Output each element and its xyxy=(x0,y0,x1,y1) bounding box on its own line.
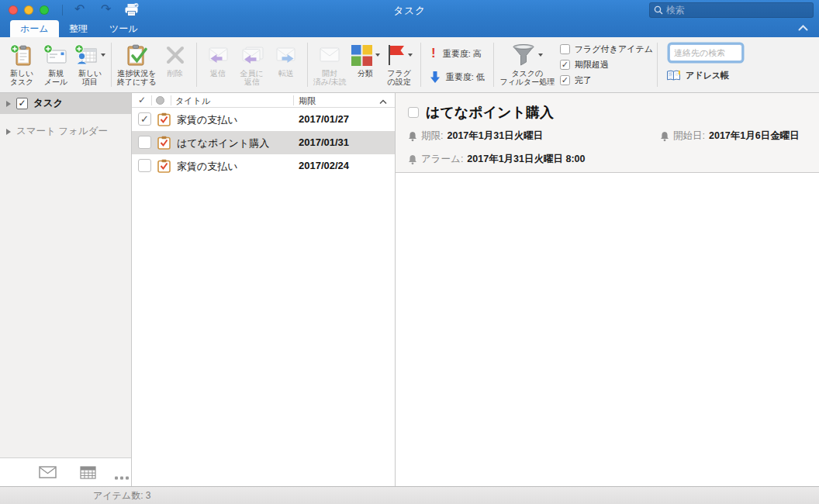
detail-task-checkbox[interactable] xyxy=(408,107,419,118)
tab-organize[interactable]: 整理 xyxy=(59,20,98,37)
task-list-header[interactable]: ✓ タイトル 期限 xyxy=(132,93,395,108)
sidebar-item-smart-folders[interactable]: スマート フォルダー xyxy=(0,121,131,142)
detail-task-title: はてなポイント購入 xyxy=(426,103,554,122)
column-header-due[interactable]: 期限 xyxy=(299,95,316,107)
search-field[interactable] xyxy=(649,2,814,18)
ribbon-divider xyxy=(420,43,421,87)
ribbon-divider xyxy=(493,43,494,87)
bell-icon xyxy=(408,131,417,142)
mail-module-icon[interactable] xyxy=(39,466,57,482)
new-mail-button[interactable]: 新規メール xyxy=(40,37,71,92)
overdue-checkbox[interactable]: ✓ 期限超過 xyxy=(560,59,653,71)
new-mail-icon xyxy=(43,41,68,69)
task-list-pane: ✓ タイトル 期限 ✓ xyxy=(132,93,396,486)
filter-dropdown-icon[interactable] xyxy=(538,54,543,57)
task-detail-body xyxy=(396,173,819,486)
flagged-items-checkbox[interactable]: フラグ付きアイテム xyxy=(560,43,653,55)
importance-high-button[interactable]: ! 重要度: 高 xyxy=(430,46,485,61)
new-task-button[interactable]: 新しいタスク xyxy=(6,37,37,92)
sidebar: ✓ タスク スマート フォルダー xyxy=(0,93,132,486)
task-row[interactable]: 家賃の支払い 2017/02/24 xyxy=(132,154,395,178)
task-detail-pane: はてなポイント購入 期限: 2017年1月31日火曜日 開始日: xyxy=(396,93,819,486)
address-book-button[interactable]: アドレス帳 xyxy=(666,70,742,81)
task-checkbox-checked-icon[interactable]: ✓ xyxy=(138,112,151,126)
more-modules-icon[interactable] xyxy=(115,469,130,483)
categorize-dropdown-icon[interactable] xyxy=(375,54,380,57)
task-checkbox-unchecked-icon[interactable] xyxy=(138,136,151,149)
reply-icon xyxy=(206,41,230,69)
module-switcher xyxy=(0,457,131,486)
calendar-module-icon[interactable] xyxy=(80,466,96,482)
tab-tools[interactable]: ツール xyxy=(99,20,148,37)
flag-icon xyxy=(385,43,406,67)
new-item-dropdown-icon[interactable] xyxy=(101,54,105,57)
forward-button: 転送 xyxy=(271,37,302,92)
titlebar: ↶ ↷ タスク xyxy=(0,0,819,20)
column-divider xyxy=(293,95,294,105)
filter-funnel-icon xyxy=(511,43,536,67)
ribbon: 新しいタスク 新規メール xyxy=(0,37,819,93)
flag-button[interactable]: フラグの設定 xyxy=(384,37,415,92)
column-header-title[interactable]: タイトル xyxy=(175,95,210,107)
detail-start-row: 開始日: 2017年1月6日金曜日 xyxy=(660,129,800,143)
importance-high-icon: ! xyxy=(430,46,437,61)
sidebar-item-tasks[interactable]: ✓ タスク xyxy=(0,93,131,114)
task-row-selected[interactable]: はてなポイント購入 2017/01/31 xyxy=(132,131,395,154)
task-item-icon xyxy=(157,159,171,176)
item-count: アイテム数: 3 xyxy=(93,490,150,501)
reply-all-button: 全員に返信 xyxy=(237,37,268,92)
contact-search-input[interactable] xyxy=(669,44,742,61)
new-item-button[interactable]: 新しい項目 xyxy=(74,37,105,92)
categorize-icon xyxy=(351,44,373,67)
tab-home[interactable]: ホーム xyxy=(10,20,59,37)
reply-button: 返信 xyxy=(202,37,233,92)
address-book-icon xyxy=(666,70,681,81)
outlook-tasks-window: ↶ ↷ タスク ホーム xyxy=(0,0,819,504)
task-item-icon xyxy=(157,136,171,153)
reply-all-icon xyxy=(239,41,265,69)
importance-low-button[interactable]: 重要度: 低 xyxy=(430,71,485,84)
ribbon-divider xyxy=(307,43,308,87)
ribbon-divider xyxy=(111,43,112,87)
forward-icon xyxy=(274,41,299,69)
collapse-ribbon-icon[interactable] xyxy=(798,20,808,34)
main-content: ✓ タスク スマート フォルダー xyxy=(0,93,819,486)
checkbox-unchecked-icon xyxy=(560,44,570,54)
new-item-icon xyxy=(74,43,98,67)
flag-dropdown-icon[interactable] xyxy=(408,54,413,57)
search-input[interactable] xyxy=(666,5,809,16)
checkbox-checked-icon: ✓ xyxy=(560,75,570,85)
task-item-icon xyxy=(157,112,171,129)
ribbon-tabbar: ホーム 整理 ツール xyxy=(0,20,819,37)
bell-icon xyxy=(660,131,669,142)
mark-complete-icon xyxy=(124,41,149,69)
sort-ascending-icon[interactable] xyxy=(379,97,387,106)
completed-checkbox[interactable]: ✓ 完了 xyxy=(560,74,653,86)
filter-checkbox-group: フラグ付きアイテム ✓ 期限超過 ✓ 完了 xyxy=(560,37,653,92)
task-filter-button[interactable]: タスクのフィルター処理 xyxy=(499,37,555,92)
statusbar: アイテム数: 3 xyxy=(0,486,819,504)
task-folder-checkbox-icon: ✓ xyxy=(16,98,28,109)
ribbon-divider xyxy=(657,43,658,87)
ribbon-divider xyxy=(196,43,197,87)
completed-column-icon[interactable]: ✓ xyxy=(138,95,146,105)
disclosure-triangle-icon[interactable] xyxy=(6,101,11,107)
delete-button: 削除 xyxy=(160,37,191,92)
task-row[interactable]: ✓ 家賃の支払い 2017/01/27 xyxy=(132,108,395,131)
categorize-button[interactable]: 分類 xyxy=(350,37,381,92)
task-checkbox-unchecked-icon[interactable] xyxy=(138,159,151,172)
importance-low-icon xyxy=(430,71,441,84)
mark-complete-button[interactable]: 進捗状況を終了にする xyxy=(117,37,157,92)
column-divider xyxy=(151,95,152,105)
window-header: ↶ ↷ タスク ホーム xyxy=(0,0,819,37)
detail-due-row: 期限: 2017年1月31日火曜日 xyxy=(408,129,543,143)
contact-group: アドレス帳 xyxy=(666,37,742,92)
read-unread-icon xyxy=(317,41,342,69)
delete-icon xyxy=(165,41,185,69)
read-unread-button: 開封済み/未読 xyxy=(313,37,347,92)
priority-column-icon[interactable] xyxy=(156,96,164,105)
column-divider xyxy=(171,95,171,105)
search-icon xyxy=(654,5,663,15)
disclosure-triangle-icon[interactable] xyxy=(6,129,11,135)
bell-icon xyxy=(408,154,417,165)
